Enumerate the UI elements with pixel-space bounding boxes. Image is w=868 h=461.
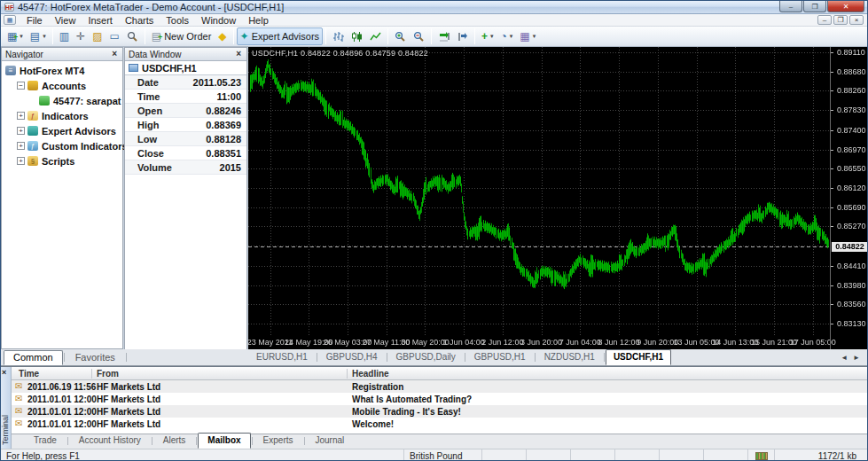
menu-help[interactable]: Help xyxy=(242,14,275,27)
menu-file[interactable]: File xyxy=(20,14,49,27)
chart-tab-eurusd-h1[interactable]: EURUSD,H1 xyxy=(248,349,316,365)
expand-icon[interactable]: + xyxy=(17,112,25,120)
bar-chart-button[interactable] xyxy=(329,27,348,45)
expert-advisor-icon: ✦ xyxy=(240,31,249,42)
expand-icon[interactable]: + xyxy=(17,127,25,135)
mail-row[interactable]: ✉2011.01.01 12:00HF Markets LtdMobile Tr… xyxy=(12,405,867,418)
chart-shift-icon xyxy=(457,31,468,43)
candlestick-chart-button[interactable] xyxy=(348,27,366,45)
tab-separator xyxy=(604,353,605,362)
tree-item-hotforex-mt4[interactable]: ≡HotForex MT4 xyxy=(2,63,122,78)
strategy-tester-button[interactable] xyxy=(123,27,142,45)
tab-scroll-arrows: ◄► xyxy=(833,354,867,365)
chart-system-menu-icon[interactable]: ▦ xyxy=(4,15,16,25)
menu-window[interactable]: Window xyxy=(195,14,242,27)
metaeditor-button[interactable]: ◆ xyxy=(215,27,230,45)
mail-from: HF Markets Ltd xyxy=(97,395,160,404)
minimize-button[interactable]: – xyxy=(779,1,802,12)
auto-scroll-button[interactable] xyxy=(434,27,453,45)
tree-item-scripts[interactable]: +§Scripts xyxy=(2,153,122,168)
toolbar-separator xyxy=(431,28,432,44)
data-window-button[interactable]: ✛ xyxy=(73,27,89,45)
scroll-left-icon[interactable]: ◄ xyxy=(841,354,848,362)
doc-minimize-button[interactable]: – xyxy=(817,15,832,25)
menu-tools[interactable]: Tools xyxy=(160,14,195,27)
expert-advisors-icon xyxy=(27,126,38,136)
terminal-tab-alerts[interactable]: Alerts xyxy=(153,433,196,449)
window-controls: –❒✕ xyxy=(779,1,864,12)
navigator-close-icon[interactable]: × xyxy=(110,50,119,59)
mail-row[interactable]: ✉2011.06.19 11:56HF Markets LtdRegistrat… xyxy=(12,380,867,393)
terminal-column-headline[interactable]: Headline xyxy=(352,367,389,380)
new-chart-button[interactable]: ▦+▾ xyxy=(4,27,27,45)
menu-view[interactable]: View xyxy=(49,14,82,27)
price-axis-label: 0.85270 xyxy=(837,222,866,230)
zoom-out-button[interactable] xyxy=(410,27,428,45)
line-chart-icon xyxy=(370,31,381,43)
terminal-button[interactable]: ▭ xyxy=(106,27,122,45)
expand-icon[interactable]: + xyxy=(17,157,25,165)
profiles-button[interactable]: ▤▾ xyxy=(27,27,50,45)
navigator-tab-common[interactable]: Common xyxy=(4,350,63,365)
terminal-tab-experts[interactable]: Experts xyxy=(254,433,303,449)
tree-item-accounts[interactable]: −Accounts xyxy=(2,78,122,93)
tree-item-45477-sarapat[interactable]: 45477: sarapat xyxy=(2,93,122,108)
title-bar[interactable]: HF 45477: HotForex MetaTrader - Demo Acc… xyxy=(1,1,867,14)
navigator-title: Navigator xyxy=(5,50,110,59)
navigator-header[interactable]: Navigator × xyxy=(2,48,122,61)
scroll-right-icon[interactable]: ► xyxy=(853,354,860,362)
navigator-button[interactable]: ▨ xyxy=(89,27,106,45)
periods-button[interactable]: ◔▾ xyxy=(497,27,517,45)
chart-tab-gbpusd-daily[interactable]: GBPUSD,Daily xyxy=(388,349,464,365)
expert-advisors-button[interactable]: ✦Expert Advisors xyxy=(237,27,323,45)
mail-row[interactable]: ✉2011.01.01 12:00HF Markets LtdWelcome! xyxy=(12,418,867,430)
data-window-close-icon[interactable]: × xyxy=(234,50,243,59)
templates-button[interactable]: ▦▾ xyxy=(516,27,539,45)
terminal-close-icon[interactable]: × xyxy=(2,368,6,377)
tab-separator xyxy=(387,353,387,362)
chart-tab-usdchf-h1[interactable]: USDCHF,H1 xyxy=(606,349,671,365)
mail-row[interactable]: ✉2011.01.01 12:00HF Markets LtdWhat Is A… xyxy=(12,393,867,405)
tree-item-expert-advisors[interactable]: +Expert Advisors xyxy=(2,123,122,138)
maximize-button[interactable]: ❒ xyxy=(803,1,826,12)
terminal-column-time[interactable]: Time xyxy=(19,367,39,380)
time-axis-label: 8 Jun 12:00 xyxy=(598,338,640,347)
navigator-panel: Navigator × ≡HotForex MT4−Accounts45477:… xyxy=(1,47,123,349)
terminal-table-header[interactable]: TimeFromHeadline xyxy=(12,367,867,380)
price-chart-canvas[interactable] xyxy=(248,47,830,349)
chart-tab-nzdusd-h1[interactable]: NZDUSD,H1 xyxy=(536,349,603,365)
terminal-column-from[interactable]: From xyxy=(97,367,119,380)
price-tick xyxy=(831,226,833,227)
new-order-button[interactable]: ▤+New Order xyxy=(148,27,215,45)
tree-item-custom-indicators[interactable]: +ƒCustom Indicators xyxy=(2,138,122,153)
expand-icon[interactable]: + xyxy=(17,142,25,150)
chart-shift-button[interactable] xyxy=(453,27,472,45)
dw-value: 0.88369 xyxy=(206,120,241,130)
indicators-button[interactable]: +▾ xyxy=(478,27,497,45)
zoom-in-button[interactable] xyxy=(391,27,410,45)
chart-tab-gbpusd-h1[interactable]: GBPUSD,H1 xyxy=(466,349,534,365)
dw-row-time: Time11:00 xyxy=(125,90,246,104)
terminal-tab-account-history[interactable]: Account History xyxy=(69,433,151,449)
chart-region[interactable]: USDCHF,H1 0.84822 0.84896 0.84759 0.8482… xyxy=(248,47,868,349)
terminal-tab-journal[interactable]: Journal xyxy=(306,433,355,449)
doc-close-button[interactable]: × xyxy=(849,15,864,25)
close-button[interactable]: ✕ xyxy=(827,1,864,12)
navigator-tabs: CommonFavorites xyxy=(1,349,248,365)
toolbar-separator xyxy=(145,28,145,44)
terminal-tab-trade[interactable]: Trade xyxy=(24,433,66,449)
menu-charts[interactable]: Charts xyxy=(119,14,160,27)
chevron-down-icon: ▾ xyxy=(490,33,494,40)
menu-insert[interactable]: Insert xyxy=(82,14,119,27)
market-watch-button[interactable]: ▥ xyxy=(56,27,73,45)
collapse-icon[interactable]: − xyxy=(17,82,25,90)
tree-item-indicators[interactable]: +ƒIndicators xyxy=(2,108,122,123)
navigator-tab-favorites[interactable]: Favorites xyxy=(66,350,125,365)
line-chart-button[interactable] xyxy=(366,27,385,45)
price-tick xyxy=(831,266,833,267)
chart-tab-gbpusd-h4[interactable]: GBPUSD,H4 xyxy=(318,349,386,365)
tree-item-label: Custom Indicators xyxy=(42,141,128,152)
terminal-tab-mailbox[interactable]: Mailbox xyxy=(198,433,250,449)
data-window-header[interactable]: Data Window × xyxy=(125,48,246,61)
doc-restore-button[interactable]: ❐ xyxy=(833,15,848,25)
